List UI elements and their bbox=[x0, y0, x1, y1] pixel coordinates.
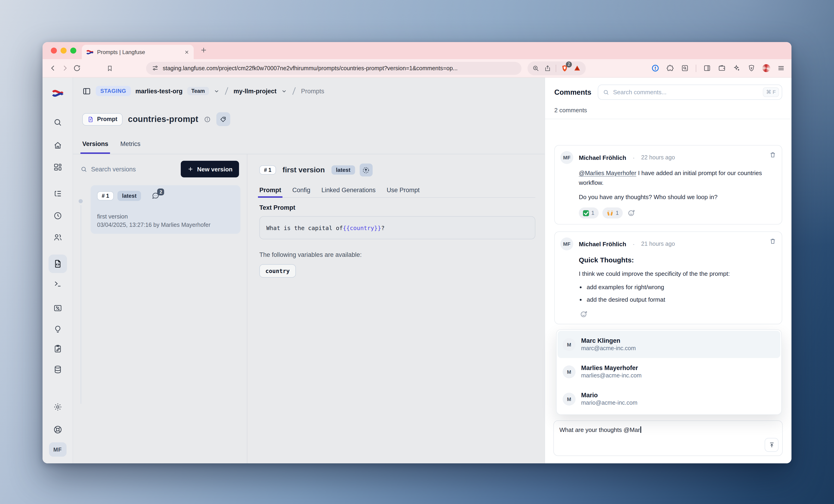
tab-use-prompt[interactable]: Use Prompt bbox=[387, 183, 420, 197]
search-tabs-icon[interactable] bbox=[681, 64, 689, 72]
prompt-type-label: Prompt bbox=[97, 116, 117, 122]
prompt-doc-icon bbox=[87, 116, 94, 123]
browser-tab[interactable]: Prompts | Langfuse bbox=[82, 45, 194, 59]
comments-search-input[interactable] bbox=[613, 89, 759, 96]
comments-search[interactable]: ⌘ F bbox=[598, 85, 782, 100]
mention-option[interactable]: M Marlies Mayerhofer marlies@acme-inc.co… bbox=[557, 358, 781, 385]
rail-datasets-icon[interactable] bbox=[53, 365, 62, 374]
forward-icon[interactable] bbox=[61, 64, 69, 72]
mention-option[interactable]: M Marc Klingen marc@acme-inc.com bbox=[557, 331, 781, 358]
info-icon[interactable] bbox=[204, 116, 211, 123]
back-icon[interactable] bbox=[49, 64, 57, 72]
site-settings-icon[interactable] bbox=[152, 65, 158, 72]
rail-search-icon[interactable] bbox=[53, 118, 62, 127]
add-reaction-icon[interactable] bbox=[580, 310, 588, 318]
share-icon[interactable] bbox=[544, 65, 551, 72]
version-list-item[interactable]: # 1 latest 2 first version 03/04/2025, 1… bbox=[91, 185, 240, 234]
reaction-count: 1 bbox=[616, 210, 619, 216]
rail-home-icon[interactable] bbox=[53, 141, 62, 150]
comments-panel: Comments ⌘ F 2 comments MF Michael Fröhl… bbox=[545, 77, 791, 463]
tab-versions[interactable]: Versions bbox=[82, 134, 108, 154]
rail-tracing-icon[interactable] bbox=[53, 189, 62, 199]
breadcrumb-slash-icon bbox=[224, 86, 229, 96]
comment-count-badge: 2 bbox=[157, 188, 164, 196]
rail-annotation-icon[interactable] bbox=[53, 344, 62, 353]
window-controls bbox=[51, 48, 76, 53]
plus-icon bbox=[188, 166, 194, 172]
profile-avatar-icon[interactable] bbox=[762, 64, 770, 72]
rail-settings-gear-icon[interactable] bbox=[53, 403, 62, 412]
sidebar-toggle-icon[interactable] bbox=[703, 64, 711, 72]
zoom-page-icon[interactable] bbox=[532, 65, 540, 72]
org-chevron-down-icon[interactable] bbox=[214, 88, 220, 94]
leo-ai-sparkle-icon[interactable] bbox=[733, 64, 741, 72]
dot-separator: · bbox=[633, 154, 635, 161]
rail-support-lifebuoy-icon[interactable] bbox=[53, 425, 62, 434]
password-manager-icon[interactable] bbox=[651, 64, 659, 72]
tab-linked-generations[interactable]: Linked Generations bbox=[322, 183, 376, 197]
comment-input[interactable]: What are your thoughts @Mar bbox=[553, 420, 783, 456]
rail-sessions-clock-icon[interactable] bbox=[53, 211, 62, 220]
comment-draft-text[interactable]: What are your thoughts @Mar bbox=[559, 427, 640, 433]
reaction-check-pill[interactable]: 1 bbox=[579, 207, 598, 219]
new-version-button[interactable]: New version bbox=[181, 161, 239, 177]
brave-logo-icon[interactable] bbox=[573, 65, 581, 72]
mention-option[interactable]: M Mario mario@acme-inc.com bbox=[557, 385, 781, 413]
delete-comment-icon[interactable] bbox=[769, 151, 776, 158]
tag-icon bbox=[220, 116, 227, 123]
rail-user-avatar[interactable]: MF bbox=[49, 442, 66, 457]
rail-evals-lightbulb-icon[interactable] bbox=[53, 325, 62, 334]
extensions-puzzle-icon[interactable] bbox=[666, 64, 674, 72]
tab-metrics[interactable]: Metrics bbox=[120, 134, 140, 154]
minimize-window-button[interactable] bbox=[61, 48, 67, 53]
tag-button[interactable] bbox=[216, 112, 230, 126]
search-icon bbox=[603, 89, 609, 95]
fullscreen-window-button[interactable] bbox=[70, 48, 76, 53]
close-tab-icon[interactable] bbox=[184, 50, 189, 54]
comments-count: 2 comments bbox=[545, 107, 791, 114]
reload-icon[interactable] bbox=[73, 64, 81, 72]
versions-search[interactable] bbox=[81, 166, 160, 173]
close-window-button[interactable] bbox=[51, 48, 57, 53]
versions-search-input[interactable] bbox=[91, 166, 160, 173]
text-prompt-section-title: Text Prompt bbox=[259, 204, 535, 211]
comment-heading: Quick Thoughts: bbox=[579, 255, 775, 266]
tab-prompt[interactable]: Prompt bbox=[259, 183, 281, 197]
vpn-shield-icon[interactable] bbox=[748, 64, 755, 72]
project-chevron-down-icon[interactable] bbox=[281, 88, 287, 94]
avatar: MF bbox=[560, 237, 573, 250]
new-tab-icon[interactable] bbox=[200, 46, 207, 54]
extension-icons bbox=[651, 64, 785, 72]
variable-pill[interactable]: country bbox=[259, 264, 295, 278]
comment-header: MF Michael Fröhlich · 21 hours ago bbox=[560, 237, 775, 250]
brave-shields-icon[interactable]: 2 bbox=[561, 64, 569, 72]
comment-author: Michael Fröhlich bbox=[579, 240, 626, 247]
environment-badge: STAGING bbox=[96, 86, 131, 96]
wallet-icon[interactable] bbox=[718, 64, 726, 72]
add-reaction-icon[interactable] bbox=[628, 209, 636, 217]
mention-link[interactable]: @Marlies Mayerhofer bbox=[579, 169, 636, 177]
version-comments-button[interactable]: 2 bbox=[151, 192, 160, 200]
rail-scores-icon[interactable] bbox=[53, 303, 62, 313]
shields-badge: 2 bbox=[566, 61, 572, 67]
rail-users-icon[interactable] bbox=[53, 233, 62, 242]
rail-prompts-icon-active[interactable] bbox=[48, 255, 67, 273]
mention-email: marc@acme-inc.com bbox=[581, 345, 636, 351]
version-meta: 03/04/2025, 13:27:16 by Marlies Mayerhof… bbox=[97, 222, 234, 228]
main-content: STAGING marlies-test-org Team my-llm-pro… bbox=[73, 77, 545, 463]
reaction-hands-pill[interactable]: 1 bbox=[602, 207, 623, 219]
breadcrumb-slash-icon bbox=[292, 86, 297, 96]
menu-hamburger-icon[interactable] bbox=[777, 64, 785, 72]
collapse-sidebar-icon[interactable] bbox=[82, 87, 91, 95]
breadcrumb-org[interactable]: marlies-test-org bbox=[135, 88, 183, 94]
rail-dashboards-icon[interactable] bbox=[53, 163, 62, 172]
bookmark-icon[interactable] bbox=[106, 65, 113, 72]
url-bar[interactable]: staging.langfuse.com/project/cm22fk0w700… bbox=[146, 62, 522, 75]
rail-playground-terminal-icon[interactable] bbox=[53, 279, 62, 288]
submit-comment-button[interactable] bbox=[765, 438, 778, 452]
delete-comment-icon[interactable] bbox=[769, 237, 776, 245]
url-text[interactable]: staging.langfuse.com/project/cm22fk0w700… bbox=[163, 65, 458, 71]
tab-config[interactable]: Config bbox=[292, 183, 310, 197]
promote-version-button[interactable] bbox=[360, 163, 373, 177]
breadcrumb-project[interactable]: my-llm-project bbox=[234, 88, 277, 94]
